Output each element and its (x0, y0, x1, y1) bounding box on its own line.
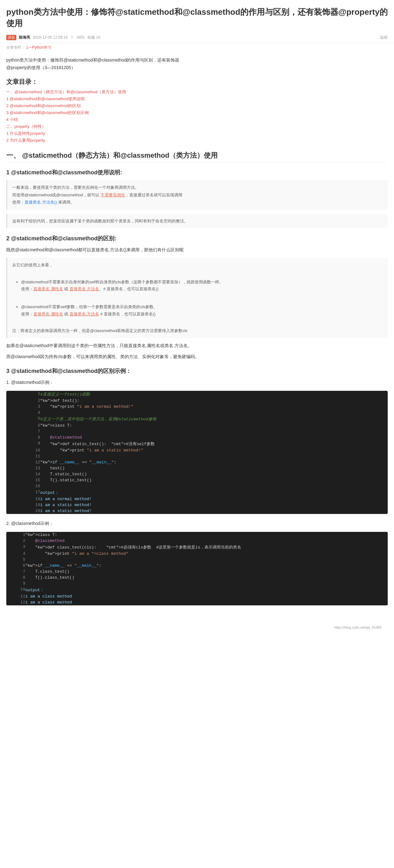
diff-body1: 如果在@staticmethod中要调用到这个类的一些属性方法，只能直接类名.属… (6, 342, 388, 350)
line-number: 9 (6, 581, 25, 587)
code-line: 6"kw">class T: (6, 423, 388, 429)
line-content: #定义一个类，其中包括一个类方法，采用@staticmethod修饰 (40, 415, 388, 423)
category-link[interactable]: 1—Python学习 (26, 45, 51, 50)
line-number: 6 (6, 423, 40, 429)
code-line: 19i am a static method! (6, 502, 388, 508)
line-number: 1 (6, 532, 25, 538)
section1-3-heading: 3 @staticmethod和@classmethod的区别示例： (6, 367, 388, 375)
line-content: T.class_test() (25, 568, 388, 575)
line-content: "kw">def class_test(cls): "cmt">#必须有cls参… (25, 544, 388, 551)
code-line: 17output： (6, 489, 388, 496)
line-content: test() (40, 465, 388, 471)
toc-item-1-2[interactable]: 2 @staticmethod和@classmethod的区别: (6, 103, 82, 108)
line-content: "kw">print "i am a normal method!" (40, 404, 388, 410)
toc-list: 一、@staticmethod（静态方法）和@classmethod（类方法）使… (6, 89, 388, 143)
author-name[interactable]: 陈海亮 (19, 35, 30, 40)
line-content: @classmethod (25, 538, 388, 544)
line-content: output： (40, 489, 388, 496)
toc-item-1-4[interactable]: 4 小结: (6, 117, 19, 122)
code-line: 15 T().static_test() (6, 477, 388, 483)
diff-note: 注：两者定义的装饰器调用方法一样，但是@classmethod装饰器定义的类方法… (12, 327, 383, 334)
line-content: @staticmethod (40, 434, 388, 440)
article-category: 分类专栏： 1—Python学习 (0, 43, 394, 53)
code-line: 9 "kw">def static_test(): "cmt">#没有self参… (6, 440, 388, 447)
example2-label: 2. @classmethod示例： (6, 520, 388, 527)
line-content: "kw">print "i am a ">class method" (25, 551, 388, 557)
code-line: 1#直接定义一个test()函数 (6, 391, 388, 398)
code-line: 14 T.static_test() (6, 471, 388, 477)
code-line: 3 "kw">def class_test(cls): "cmt">#必须有cl… (6, 544, 388, 551)
line-content (25, 557, 388, 563)
line-content: T().static_test() (40, 477, 388, 483)
toc-item-1[interactable]: 一、@staticmethod（静态方法）和@classmethod（类方法）使… (6, 90, 126, 94)
code-line: 1"kw">class T: (6, 532, 388, 538)
collect-count[interactable]: 收藏 19 (87, 35, 100, 40)
diff-bullet-list: @staticmethod不需要表示自身对象的self和自身类的cls参数（这两… (12, 279, 383, 318)
article-body: python类方法中使用：修饰符@staticmethod和@classmeth… (0, 53, 394, 619)
code-line: 11 (6, 453, 388, 459)
line-number: 7 (6, 568, 25, 575)
quote1-line1: 一般来说，要使用某个类的方法，需要先实例化一个对象再调用方法。 (12, 185, 139, 190)
line-number: 18 (6, 496, 40, 502)
line-content: i am a class method (25, 599, 388, 606)
code-line: 7 T.class_test() (6, 568, 388, 575)
code-line: 20i am a static method! (6, 508, 388, 514)
quote1-blue: 直接类名.方法名() (25, 200, 57, 205)
diff-line0: 从它们的使用上来看， (12, 261, 383, 269)
original-badge: 原创 (6, 35, 16, 40)
line-number: 7 (6, 429, 40, 434)
toc-item-1-3[interactable]: 3 @staticmethod和@classmethod的区别示例: (6, 110, 90, 115)
code-line: 8 T().class_test() (6, 575, 388, 581)
article-intro: python类方法中使用：修饰符@staticmethod和@classmeth… (6, 57, 388, 72)
code-line: 18i am a normal method! (6, 496, 388, 502)
line-number: 19 (6, 502, 40, 508)
diff-bullet-2: @classmethod不需要self参数，但第一个参数需要是表示自身类的cls… (21, 304, 383, 317)
code-line: 2"kw">def test(): (6, 398, 388, 404)
quote1-highlight: 不需要实例化 (101, 193, 125, 197)
quote2-text: 这有利于组织代码，把某些应该属于某个类的函数放到那个类里去，同时有利于命名空间的… (12, 219, 188, 223)
line-number: 5 (6, 557, 25, 563)
diff-bullet-1: @staticmethod不需要表示自身对象的self和自身类的cls参数（这两… (21, 279, 383, 292)
line-number: 10 (6, 587, 25, 593)
line-number: 3 (6, 404, 40, 410)
line-number: 12 (6, 599, 25, 606)
line-content: "kw">class T: (25, 532, 388, 538)
toc-item-2-2[interactable]: 2 为什么要用property (6, 138, 45, 143)
line-content: T.static_test() (40, 471, 388, 477)
code-line: 8 @staticmethod (6, 434, 388, 440)
copyright-link[interactable]: 版权 (380, 35, 388, 40)
quote-box-1: 一般来说，要使用某个类的方法，需要先实例化一个对象再调用方法。 而使用@stat… (6, 180, 388, 210)
toc-item-2-1[interactable]: 1 什么是特性property (6, 131, 45, 136)
line-content: i am a static method! (40, 502, 388, 508)
toc-title: 文章目录： (6, 78, 388, 86)
article-meta: 原创 陈海亮 2018-12-05 12:09:16 👁 3451 收藏 19 … (0, 32, 394, 43)
code-line: 6"kw">if __name__ == "__main__": (6, 563, 388, 568)
line-content: "kw">def test(): (40, 398, 388, 404)
line-content (40, 410, 388, 415)
line-number: 4 (6, 410, 40, 415)
view-count: 3451 (77, 35, 85, 39)
article-title: python类方法中使用：修饰符@staticmethod和@classmeth… (0, 0, 394, 32)
toc-item-2[interactable]: 二、property（特性） (6, 124, 46, 129)
line-number: 8 (6, 434, 40, 440)
code-line: 4 "kw">print "i am a ">class method" (6, 551, 388, 557)
code-line: 9 (6, 581, 388, 587)
quote1-line3: 使用：直接类名.方法名() 来调用。 (12, 200, 75, 205)
line-content: output： (25, 587, 388, 593)
line-content (25, 581, 388, 587)
code-line: 12"kw">if __name__ == "__main__": (6, 459, 388, 465)
diff-intro: 既然@staticmethod和@classmethod都可以直接类名.方法名(… (6, 246, 388, 254)
line-number: 15 (6, 477, 40, 483)
line-number: 2 (6, 398, 40, 404)
code-line: 12i am a class method (6, 599, 388, 606)
code-block-1: 1#直接定义一个test()函数2"kw">def test():3 "kw">… (6, 391, 388, 514)
publish-date: 2018-12-05 12:09:16 (33, 35, 67, 39)
line-number: 5 (6, 415, 40, 423)
code-line: 10 "kw">print "i am a static method!" (6, 447, 388, 453)
toc-item-1-1[interactable]: 1 @staticmethod和@classmethod使用说明: (6, 96, 86, 101)
meta-sep1: 👁 (70, 35, 74, 39)
footer-url[interactable]: https://blog.csdn.net/qq_41088 (328, 622, 388, 632)
line-content: T().class_test() (25, 575, 388, 581)
code-line: 7 (6, 429, 388, 434)
line-content: "kw">def static_test(): "cmt">#没有self参数 (40, 440, 388, 447)
